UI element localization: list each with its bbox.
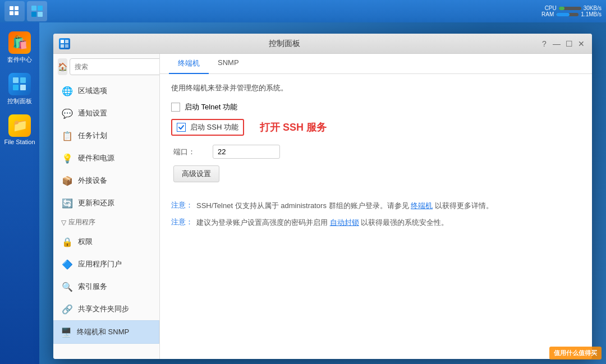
terminal-link[interactable]: 终端机 <box>411 201 433 210</box>
ssh-checkbox[interactable] <box>177 123 186 132</box>
grid-menu-icon[interactable] <box>4 1 25 21</box>
sidebar-label-hardware-power: 硬件和电源 <box>78 153 114 163</box>
note1-text: SSH/Telnet 仅支持从属于 administrators 群组的账户登录… <box>196 200 493 211</box>
hardware-power-icon: 💡 <box>61 152 74 164</box>
ram-bar <box>556 13 579 16</box>
close-button[interactable]: ✕ <box>576 39 586 49</box>
svg-rect-8 <box>13 77 19 83</box>
sidebar-label-task-scheduler: 任务计划 <box>78 131 107 141</box>
chevron-down-icon: ▽ <box>61 219 66 227</box>
note1-label: 注意： <box>171 200 193 210</box>
dock-item-app-store[interactable]: 🛍️ 套件中心 <box>2 28 38 67</box>
control-panel-taskbar-icon[interactable] <box>27 1 47 21</box>
advanced-settings-button[interactable]: 高级设置 <box>173 165 219 182</box>
note2-label: 注意： <box>171 217 193 227</box>
note-row-1: 注意： SSH/Telnet 仅支持从属于 administrators 群组的… <box>171 200 581 211</box>
dock-label-app-store: 套件中心 <box>7 56 32 64</box>
window-title-icon <box>59 38 70 49</box>
telnet-label: 启动 Telnet 功能 <box>185 102 237 112</box>
sidebar-search-area: 🏠 <box>53 54 159 80</box>
svg-rect-6 <box>31 12 36 17</box>
content-description: 使用终端机来登录并管理您的系统。 <box>171 83 581 93</box>
region-icon: 🌐 <box>61 85 74 97</box>
ram-speed: 1.1MB/s <box>581 11 602 17</box>
maximize-button[interactable]: ☐ <box>564 39 574 49</box>
svg-rect-2 <box>10 11 13 15</box>
content-panel: 终端机 SNMP 使用终端机来登录并管理您的系统。 启动 Telnet 功能 <box>160 54 592 359</box>
auto-block-link[interactable]: 自动封锁 <box>330 218 359 227</box>
ssh-annotation: 打开 SSH 服务 <box>260 121 327 134</box>
sidebar-label-index-service: 索引服务 <box>78 282 107 292</box>
shared-folder-sync-icon: 🔗 <box>61 303 74 315</box>
sidebar-item-app-portal[interactable]: 🔷 应用程序门户 <box>53 253 159 275</box>
external-devices-icon: 📦 <box>61 174 74 187</box>
tab-terminal[interactable]: 终端机 <box>169 54 209 74</box>
search-input[interactable] <box>70 58 160 75</box>
index-service-icon: 🔍 <box>61 280 74 293</box>
watermark: 值用什么值得买 <box>549 347 602 360</box>
sidebar-panel: 🏠 🌐 区域选项 💬 通知设置 📋 任务计划 <box>53 54 160 359</box>
help-button[interactable]: ? <box>539 39 549 49</box>
dock-label-file-station: File Station <box>4 139 35 145</box>
svg-rect-0 <box>10 6 13 10</box>
sidebar-item-update-restore[interactable]: 🔄 更新和还原 <box>53 192 159 214</box>
note2-text: 建议为登录账户设置高强度的密码并启用 自动封锁 以获得最强的系统安全性。 <box>196 217 448 228</box>
dock-item-file-station[interactable]: 📁 File Station <box>2 111 38 149</box>
svg-rect-13 <box>65 40 68 43</box>
svg-rect-10 <box>13 85 19 90</box>
apps-section-header: ▽ 应用程序 <box>53 214 159 231</box>
cpu-speed: 30KB/s <box>584 5 602 11</box>
desktop: 🛍️ 套件中心 控制面板 📁 File Station <box>0 22 606 364</box>
svg-rect-7 <box>38 12 43 17</box>
sidebar-label-terminal-snmp: 终端机和 SNMP <box>77 327 129 337</box>
dock-label-control-panel: 控制面板 <box>7 97 32 105</box>
sidebar-item-index-service[interactable]: 🔍 索引服务 <box>53 275 159 298</box>
sidebar-item-hardware-power[interactable]: 💡 硬件和电源 <box>53 147 159 169</box>
update-restore-icon: 🔄 <box>61 197 74 209</box>
sidebar-item-permissions[interactable]: 🔒 权限 <box>53 231 159 253</box>
svg-rect-1 <box>15 6 19 10</box>
terminal-snmp-icon: 🖥️ <box>60 326 72 338</box>
app-portal-icon: 🔷 <box>61 258 74 270</box>
ssh-label: 启动 SSH 功能 <box>190 122 238 132</box>
minimize-button[interactable]: — <box>552 39 562 49</box>
ssh-checkbox-box[interactable]: 启动 SSH 功能 <box>171 119 244 136</box>
home-button[interactable]: 🏠 <box>58 58 67 75</box>
svg-rect-11 <box>20 85 26 90</box>
window-title: 控制面板 <box>75 39 494 49</box>
tab-snmp[interactable]: SNMP <box>209 54 248 74</box>
main-content: 控制面板 ? — ☐ ✕ 🏠 🌐 <box>39 22 606 364</box>
svg-rect-5 <box>38 6 43 11</box>
ssh-row: 启动 SSH 功能 打开 SSH 服务 <box>171 119 581 136</box>
sidebar-label-external-devices: 外接设备 <box>78 176 107 186</box>
task-scheduler-icon: 📋 <box>61 130 74 142</box>
dock-item-control-panel[interactable]: 控制面板 <box>2 70 38 109</box>
sidebar-label-update-restore: 更新和还原 <box>78 198 114 208</box>
sidebar-label-app-portal: 应用程序门户 <box>78 259 122 269</box>
control-panel-icon <box>8 73 31 95</box>
window-body: 🏠 🌐 区域选项 💬 通知设置 📋 任务计划 <box>53 54 592 359</box>
svg-rect-9 <box>20 77 26 83</box>
sidebar-item-terminal-snmp[interactable]: 🖥️ 终端机和 SNMP <box>53 320 159 344</box>
window-controls: ? — ☐ ✕ <box>539 39 586 49</box>
telnet-row: 启动 Telnet 功能 <box>171 102 581 112</box>
taskbar: CPU 30KB/s RAM 1.1MB/s <box>0 0 606 22</box>
svg-rect-4 <box>31 6 36 11</box>
cpu-bar <box>559 7 581 10</box>
sidebar-item-task-scheduler[interactable]: 📋 任务计划 <box>53 125 159 147</box>
shop-icon: 🛍️ <box>8 31 31 54</box>
telnet-checkbox[interactable] <box>171 103 180 112</box>
sidebar-label-notification: 通知设置 <box>78 108 107 118</box>
sidebar-item-external-devices[interactable]: 📦 外接设备 <box>53 169 159 192</box>
port-row: 端口： <box>173 145 581 159</box>
svg-rect-3 <box>15 11 19 15</box>
sidebar-item-shared-folder-sync[interactable]: 🔗 共享文件夹同步 <box>53 298 159 320</box>
window-titlebar: 控制面板 ? — ☐ ✕ <box>53 34 592 54</box>
sidebar-item-notification[interactable]: 💬 通知设置 <box>53 102 159 125</box>
svg-rect-15 <box>65 44 68 48</box>
sidebar-label-permissions: 权限 <box>78 237 93 247</box>
svg-rect-12 <box>61 40 64 43</box>
sidebar-item-region[interactable]: 🌐 区域选项 <box>53 80 159 102</box>
port-input[interactable] <box>213 145 280 159</box>
content-tabs: 终端机 SNMP <box>160 54 592 74</box>
